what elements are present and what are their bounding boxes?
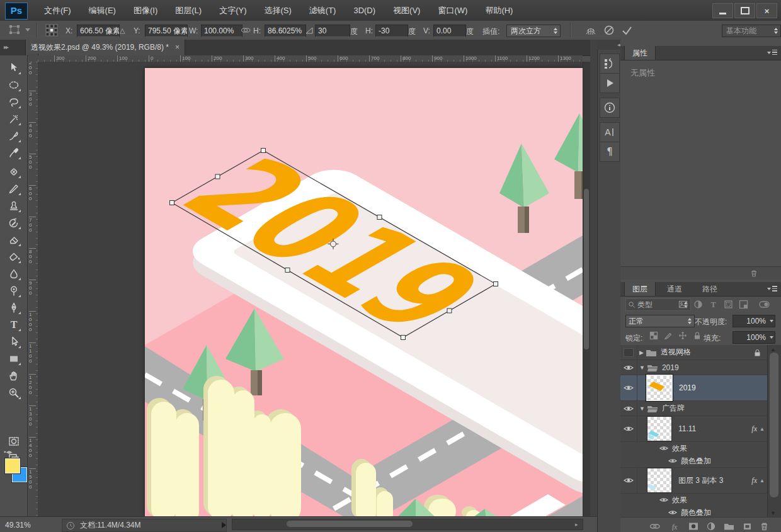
scroll-down-icon[interactable]: ▼ [770, 510, 776, 516]
menu-view[interactable]: 视图(V) [384, 0, 429, 21]
layer-name[interactable]: 透视网格 [661, 347, 691, 358]
tab-overflow-icon[interactable]: ▸▸ [4, 43, 8, 50]
fill-input[interactable]: 100% [733, 331, 775, 344]
layer-name[interactable]: 广告牌 [662, 403, 685, 414]
visibility-toggle[interactable] [620, 401, 637, 416]
layer-name[interactable]: 图层 3 副本 3 [678, 475, 723, 486]
layer-row-2019-selected[interactable]: 2019 [620, 375, 767, 401]
layer-row-1111[interactable]: 11.11 fx ▲ [620, 416, 767, 442]
tab-paths[interactable]: 路径 [695, 282, 725, 296]
layer-thumbnail[interactable] [647, 416, 672, 441]
clone-stamp-tool[interactable] [5, 198, 22, 214]
effects-row[interactable]: 效果 [620, 442, 767, 455]
hscroll-right-icon[interactable]: ▸ [575, 521, 578, 528]
menu-type[interactable]: 文字(Y) [210, 0, 255, 21]
layer-thumbnail[interactable] [647, 468, 672, 493]
layer-row-billboard-group[interactable]: ▼ 广告牌 [620, 401, 767, 416]
color-overlay-row[interactable]: 颜色叠加 [620, 506, 767, 517]
canvas-viewport[interactable]: 2019 [38, 62, 583, 516]
x-input[interactable]: 606.50 像素 [77, 25, 120, 37]
menu-file[interactable]: 文件(F) [35, 0, 80, 21]
visibility-toggle[interactable] [620, 345, 637, 359]
blur-tool[interactable] [5, 266, 22, 282]
move-tool[interactable] [5, 60, 22, 76]
foreground-color-swatch[interactable] [5, 458, 20, 473]
expand-collapse-icon[interactable]: ▼ [639, 405, 645, 412]
layer-name[interactable]: 2019 [662, 363, 679, 372]
filter-smart-objects-icon[interactable] [739, 300, 748, 309]
character-panel-button[interactable]: A [600, 122, 620, 142]
cancel-transform-icon[interactable] [603, 25, 615, 38]
effect-label[interactable]: 颜色叠加 [681, 507, 711, 518]
w-input[interactable]: 100.00% [201, 25, 242, 37]
lasso-tool[interactable] [5, 94, 22, 110]
history-panel-button[interactable] [600, 54, 620, 74]
status-menu-icon[interactable] [222, 522, 226, 528]
hand-tool[interactable] [5, 368, 22, 384]
lock-pixels-icon[interactable] [664, 331, 673, 340]
vertical-scrollbar-thumb[interactable] [584, 189, 589, 349]
filter-pixel-layers-icon[interactable] [678, 300, 688, 309]
lock-transparency-icon[interactable] [649, 331, 658, 340]
healing-brush-tool[interactable] [5, 164, 22, 180]
menu-layer[interactable]: 图层(L) [166, 0, 210, 21]
blend-mode-select[interactable]: 正常 [625, 315, 695, 327]
paragraph-panel-button[interactable]: ¶ [600, 142, 620, 162]
tab-layers[interactable]: 图层 [624, 282, 656, 296]
zoom-level[interactable]: 49.31% [5, 521, 31, 529]
hskew-input[interactable]: -30 [375, 25, 408, 37]
type-tool[interactable]: T [5, 317, 22, 333]
actions-panel-button[interactable] [600, 73, 620, 93]
expand-collapse-icon[interactable]: ▼ [639, 365, 645, 371]
opacity-input[interactable]: 100% [733, 315, 775, 327]
add-mask-icon[interactable] [688, 522, 698, 531]
trash-icon[interactable] [750, 269, 758, 278]
layer-style-icon[interactable]: fx [669, 522, 680, 531]
eye-icon[interactable] [668, 458, 677, 464]
fx-badge[interactable]: fx [751, 476, 757, 485]
panel-menu-icon[interactable] [767, 49, 777, 57]
y-input[interactable]: 795.50 像素 [145, 25, 188, 37]
menu-3d[interactable]: 3D(D) [345, 0, 384, 21]
visibility-toggle[interactable] [620, 375, 637, 400]
visibility-toggle[interactable] [620, 416, 637, 441]
menu-help[interactable]: 帮助(H) [476, 0, 522, 21]
magic-wand-tool[interactable] [5, 111, 22, 127]
layer-name[interactable]: 2019 [679, 383, 696, 392]
fx-collapse-icon[interactable]: ▲ [760, 478, 765, 484]
menu-window[interactable]: 窗口(W) [429, 0, 476, 21]
tab-close-icon[interactable]: × [175, 40, 180, 55]
close-button[interactable]: × [756, 3, 777, 18]
link-layers-icon[interactable] [649, 522, 661, 531]
h-scale-input[interactable]: 86.6025% [265, 25, 306, 37]
pen-tool[interactable] [5, 300, 22, 316]
layers-scrollbar-thumb[interactable] [770, 353, 778, 497]
new-group-icon[interactable] [724, 522, 734, 531]
zoom-tool[interactable] [5, 385, 22, 401]
filter-toggle-icon[interactable] [759, 300, 770, 309]
layer-thumbnail[interactable] [646, 375, 673, 401]
tab-properties[interactable]: 属性 [624, 46, 656, 60]
fx-collapse-icon[interactable]: ▲ [760, 426, 765, 432]
effects-row[interactable]: 效果 [620, 494, 767, 506]
eye-icon[interactable] [659, 497, 668, 503]
document-info[interactable]: 文档:11.4M/4.34M [62, 519, 227, 532]
color-overlay-row[interactable]: 颜色叠加 [620, 455, 767, 468]
crop-tool[interactable] [5, 128, 22, 144]
visibility-toggle[interactable] [620, 468, 637, 493]
link-dimensions-icon[interactable] [241, 25, 251, 38]
dock-collapse-icon[interactable]: ◂◂ [597, 40, 623, 50]
tab-channels[interactable]: 通道 [659, 282, 690, 296]
scroll-up-icon[interactable]: ▲ [770, 346, 776, 353]
menu-select[interactable]: 选择(S) [255, 0, 300, 21]
visibility-toggle[interactable] [620, 360, 637, 375]
layer-row-perspective-grid[interactable]: ▶ 透视网格 [620, 345, 767, 360]
marquee-tool[interactable] [5, 77, 22, 93]
document-tab[interactable]: 透视效果2.psd @ 49.3% (2019, RGB/8) * × [25, 40, 185, 55]
eraser-tool[interactable] [5, 232, 22, 248]
layer-name[interactable]: 11.11 [678, 424, 696, 433]
menu-edit[interactable]: 编辑(E) [80, 0, 125, 21]
filter-adjustment-layers-icon[interactable] [693, 300, 703, 309]
eyedropper-tool[interactable] [5, 145, 22, 161]
filter-type-layers-icon[interactable]: T [709, 300, 718, 309]
